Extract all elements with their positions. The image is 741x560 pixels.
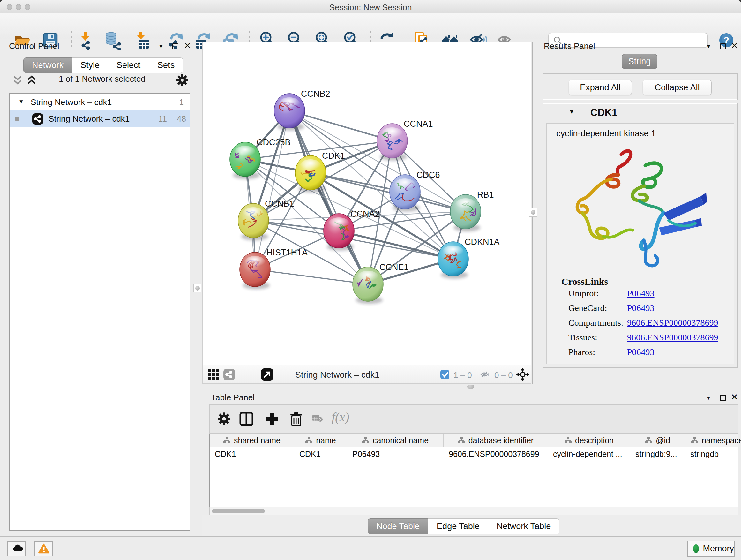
network-edge-count: 48 [177, 114, 186, 124]
birdseye-grid-icon[interactable] [208, 368, 220, 381]
network-node-CDC25B[interactable]: CDC25B [230, 138, 291, 179]
hidden-eye-icon[interactable] [480, 369, 491, 381]
results-panel-menu-icon[interactable]: ▼ [706, 44, 711, 50]
tab-sets[interactable]: Sets [149, 57, 183, 73]
network-node-RB1[interactable]: RB1 [450, 190, 494, 232]
network-edge-CCNB2-CCNA1[interactable] [289, 111, 392, 141]
network-node-CCNE1[interactable]: CCNE1 [353, 262, 409, 304]
network-node-CCNB1[interactable]: CCNB1 [238, 199, 294, 240]
table-panel-menu-icon[interactable]: ▼ [706, 395, 711, 401]
crosslink-link[interactable]: 9606.ENSP00000378699 [627, 318, 718, 328]
cell-database-identifier[interactable]: 9606.ENSP00000378699 [444, 447, 548, 461]
tab-node-table[interactable]: Node Table [367, 518, 428, 534]
control-panel-float-icon[interactable] [172, 44, 179, 50]
collapse-all-icon[interactable] [11, 74, 23, 86]
network-edge-CCNB2-CCNE1[interactable] [289, 111, 368, 284]
results-panel-close-icon[interactable]: ✕ [731, 43, 738, 49]
tab-network-table[interactable]: Network Table [488, 518, 560, 534]
network-node-CCNA1[interactable]: CCNA1 [377, 119, 433, 161]
column-header-database-identifier[interactable]: database identifier [444, 434, 548, 447]
cell-canonical-name[interactable]: P06493 [347, 447, 444, 461]
collection-expand-icon[interactable]: ▼ [18, 99, 24, 105]
network-node-CDC6[interactable]: CDC6 [390, 170, 440, 212]
network-node-CCNB2[interactable]: CCNB2 [274, 89, 330, 131]
warnings-button[interactable] [35, 541, 53, 556]
column-header--id[interactable]: @id [630, 434, 685, 447]
crosslink-link[interactable]: 9606.ENSP00000378699 [627, 332, 718, 343]
column-hierarchy-icon [564, 437, 572, 444]
cell-shared-name[interactable]: CDK1 [210, 447, 294, 461]
gene-section-header[interactable]: ▼ CDK1 [543, 104, 737, 121]
left-splitter-handle[interactable] [193, 284, 201, 292]
node-label-CDC25B: CDC25B [257, 138, 291, 147]
right-splitter-handle[interactable] [529, 208, 537, 217]
table-panel-close-icon[interactable]: ✕ [731, 394, 738, 400]
column-header-name[interactable]: name [294, 434, 347, 447]
column-label: shared name [234, 436, 280, 445]
network-edge-CCNB2-HIST1H1A[interactable] [255, 111, 289, 269]
column-header-description[interactable]: description [548, 434, 630, 447]
cloud-status-button[interactable] [7, 541, 26, 556]
crosslink-link[interactable]: P06493 [627, 288, 655, 299]
network-label: String Network – cdk1 [49, 114, 130, 124]
expand-all-icon[interactable] [25, 74, 38, 86]
table-horizontal-scrollbar[interactable] [209, 507, 738, 515]
crosslink-link[interactable]: P06493 [627, 303, 655, 313]
column-header-shared-name[interactable]: shared name [210, 434, 294, 447]
cell-name[interactable]: CDK1 [294, 447, 347, 461]
selected-checkbox-icon[interactable] [440, 370, 450, 379]
network-selected-status: 1 of 1 Network selected [51, 74, 153, 84]
detach-view-icon[interactable] [261, 368, 273, 381]
show-columns-icon[interactable] [239, 412, 254, 426]
network-options-gear-icon[interactable] [176, 73, 189, 87]
network-canvas[interactable]: CCNB2CCNA1CDC25BCDK1CDC6RB1CCNB1CCNA2CDK… [203, 42, 531, 365]
delete-table-icon [311, 414, 324, 424]
expand-all-button[interactable]: Expand All [569, 80, 632, 95]
import-table-button[interactable] [132, 30, 152, 51]
horizontal-splitter-handle[interactable] [467, 385, 474, 388]
control-panel-close-icon[interactable]: ✕ [184, 43, 191, 49]
create-column-icon[interactable] [265, 412, 279, 426]
network-edge-CCNE1-HIST1H1A[interactable] [255, 269, 368, 284]
column-hierarchy-icon [645, 437, 653, 444]
network-node-CDKN1A[interactable]: CDKN1A [438, 237, 500, 279]
control-panel-menu-icon[interactable]: ▼ [158, 44, 164, 50]
node-label-CCNE1: CCNE1 [380, 262, 409, 272]
table-options-gear-icon[interactable] [217, 412, 231, 426]
import-network-database-button[interactable] [103, 30, 124, 51]
tab-network[interactable]: Network [23, 57, 72, 73]
gene-collapse-icon[interactable]: ▼ [569, 108, 575, 115]
collapse-all-button[interactable]: Collapse All [643, 80, 712, 95]
table-toolbar: f(x) [209, 404, 738, 434]
network-view-toolbar: String Network – cdk1 1 – 0 0 – 0 [203, 365, 531, 383]
node-label-CCNB1: CCNB1 [265, 199, 294, 208]
column-hierarchy-icon [458, 437, 465, 444]
scrollbar-thumb[interactable] [212, 509, 265, 513]
pan-mode-icon[interactable] [516, 368, 529, 381]
tab-string[interactable]: String [622, 54, 657, 69]
network-row[interactable]: String Network – cdk1 11 48 [10, 111, 190, 127]
network-collection-row[interactable]: ▼ String Network – cdk1 1 [10, 94, 190, 111]
tab-edge-table[interactable]: Edge Table [428, 518, 488, 534]
network-edge-CDK1-RB1[interactable] [311, 173, 466, 212]
table-panel-float-icon[interactable] [720, 395, 726, 401]
crosslink-label: GeneCard: [568, 303, 607, 313]
table-row[interactable]: CDK1CDK1P064939606.ENSP00000378699cyclin… [210, 447, 738, 461]
crosslink-link[interactable]: P06493 [627, 347, 655, 357]
tab-select[interactable]: Select [108, 57, 149, 73]
network-node-CCNA2[interactable]: CCNA2 [324, 209, 380, 251]
column-header-namespace[interactable]: namespace [685, 434, 741, 447]
import-network-file-button[interactable] [76, 30, 97, 51]
cell-description[interactable]: cyclin-dependent ... [548, 447, 630, 461]
results-panel-float-icon[interactable] [720, 44, 726, 50]
column-header-canonical-name[interactable]: canonical name [347, 434, 444, 447]
gene-details: cyclin-dependent kinase 1 [546, 123, 734, 364]
cell-namespace[interactable]: stringdb [685, 447, 741, 461]
tab-style[interactable]: Style [72, 57, 108, 73]
status-bar: Memory [0, 537, 741, 560]
cell--id[interactable]: stringdb:9... [630, 447, 685, 461]
delete-column-icon[interactable] [289, 412, 304, 426]
network-node-HIST1H1A[interactable]: HIST1H1A [240, 248, 308, 289]
results-entry-box: ▼ CDK1 cyclin-dependent kinase 1 [542, 103, 738, 368]
memory-button[interactable]: Memory [687, 541, 735, 557]
